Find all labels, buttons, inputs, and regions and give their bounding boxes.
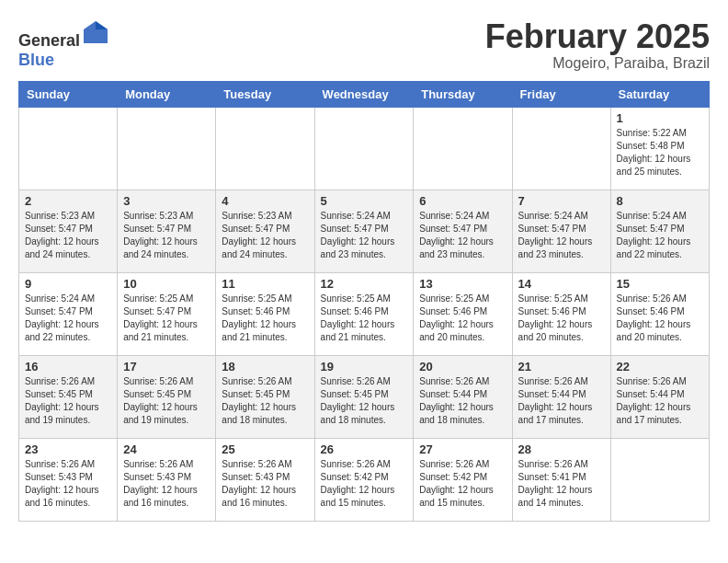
calendar-cell bbox=[314, 107, 414, 190]
day-header-tuesday: Tuesday bbox=[216, 81, 314, 107]
calendar-cell: 23Sunrise: 5:26 AM Sunset: 5:43 PM Dayli… bbox=[19, 438, 118, 521]
day-info: Sunrise: 5:26 AM Sunset: 5:43 PM Dayligh… bbox=[25, 458, 111, 510]
calendar-cell: 18Sunrise: 5:26 AM Sunset: 5:45 PM Dayli… bbox=[216, 355, 314, 438]
day-header-sunday: Sunday bbox=[19, 81, 118, 107]
day-header-wednesday: Wednesday bbox=[314, 81, 414, 107]
calendar-week-row: 16Sunrise: 5:26 AM Sunset: 5:45 PM Dayli… bbox=[19, 355, 710, 438]
day-info: Sunrise: 5:26 AM Sunset: 5:46 PM Dayligh… bbox=[617, 293, 703, 344]
calendar-cell: 21Sunrise: 5:26 AM Sunset: 5:44 PM Dayli… bbox=[512, 355, 610, 438]
day-info: Sunrise: 5:26 AM Sunset: 5:44 PM Dayligh… bbox=[518, 375, 605, 427]
day-number: 11 bbox=[222, 277, 308, 291]
calendar-cell: 15Sunrise: 5:26 AM Sunset: 5:46 PM Dayli… bbox=[610, 272, 709, 355]
day-info: Sunrise: 5:26 AM Sunset: 5:42 PM Dayligh… bbox=[419, 458, 506, 510]
header: General Blue February 2025 Mogeiro, Para… bbox=[18, 18, 710, 72]
day-info: Sunrise: 5:24 AM Sunset: 5:47 PM Dayligh… bbox=[617, 210, 703, 261]
day-info: Sunrise: 5:26 AM Sunset: 5:43 PM Dayligh… bbox=[123, 458, 210, 510]
day-info: Sunrise: 5:25 AM Sunset: 5:46 PM Dayligh… bbox=[419, 293, 506, 344]
day-header-saturday: Saturday bbox=[610, 81, 709, 107]
calendar-cell: 17Sunrise: 5:26 AM Sunset: 5:45 PM Dayli… bbox=[118, 355, 216, 438]
calendar-cell bbox=[19, 107, 118, 190]
calendar-cell bbox=[118, 107, 216, 190]
day-number: 14 bbox=[518, 277, 605, 291]
location-subtitle: Mogeiro, Paraiba, Brazil bbox=[485, 55, 710, 72]
calendar-cell: 27Sunrise: 5:26 AM Sunset: 5:42 PM Dayli… bbox=[414, 438, 512, 521]
day-header-friday: Friday bbox=[512, 81, 610, 107]
calendar-cell: 1Sunrise: 5:22 AM Sunset: 5:48 PM Daylig… bbox=[610, 107, 709, 190]
day-number: 3 bbox=[123, 194, 210, 208]
day-number: 5 bbox=[321, 194, 408, 208]
day-info: Sunrise: 5:26 AM Sunset: 5:45 PM Dayligh… bbox=[25, 375, 111, 427]
calendar-cell: 24Sunrise: 5:26 AM Sunset: 5:43 PM Dayli… bbox=[118, 438, 216, 521]
title-area: February 2025 Mogeiro, Paraiba, Brazil bbox=[485, 18, 710, 72]
day-info: Sunrise: 5:26 AM Sunset: 5:44 PM Dayligh… bbox=[419, 375, 506, 427]
day-info: Sunrise: 5:24 AM Sunset: 5:47 PM Dayligh… bbox=[25, 293, 111, 344]
day-number: 22 bbox=[617, 360, 703, 373]
day-number: 27 bbox=[419, 442, 506, 456]
day-number: 21 bbox=[518, 360, 605, 373]
calendar-cell: 16Sunrise: 5:26 AM Sunset: 5:45 PM Dayli… bbox=[19, 355, 118, 438]
calendar-cell: 22Sunrise: 5:26 AM Sunset: 5:44 PM Dayli… bbox=[610, 355, 709, 438]
day-number: 4 bbox=[222, 194, 308, 208]
day-number: 20 bbox=[419, 360, 506, 373]
day-number: 17 bbox=[123, 360, 210, 373]
day-header-monday: Monday bbox=[118, 81, 216, 107]
calendar-cell: 3Sunrise: 5:23 AM Sunset: 5:47 PM Daylig… bbox=[118, 190, 216, 272]
calendar-cell: 6Sunrise: 5:24 AM Sunset: 5:47 PM Daylig… bbox=[414, 190, 512, 272]
day-number: 10 bbox=[123, 277, 210, 291]
calendar-cell bbox=[414, 107, 512, 190]
day-info: Sunrise: 5:25 AM Sunset: 5:47 PM Dayligh… bbox=[123, 293, 210, 344]
day-number: 13 bbox=[419, 277, 506, 291]
day-info: Sunrise: 5:23 AM Sunset: 5:47 PM Dayligh… bbox=[25, 210, 111, 261]
day-header-thursday: Thursday bbox=[414, 81, 512, 107]
day-number: 23 bbox=[25, 442, 111, 456]
logo: General Blue bbox=[18, 18, 109, 70]
day-info: Sunrise: 5:26 AM Sunset: 5:41 PM Dayligh… bbox=[518, 458, 605, 510]
calendar-cell: 4Sunrise: 5:23 AM Sunset: 5:47 PM Daylig… bbox=[216, 190, 314, 272]
day-info: Sunrise: 5:26 AM Sunset: 5:43 PM Dayligh… bbox=[222, 458, 308, 510]
calendar-table: SundayMondayTuesdayWednesdayThursdayFrid… bbox=[18, 81, 710, 522]
calendar-cell: 12Sunrise: 5:25 AM Sunset: 5:46 PM Dayli… bbox=[314, 272, 414, 355]
day-info: Sunrise: 5:26 AM Sunset: 5:42 PM Dayligh… bbox=[321, 458, 408, 510]
day-info: Sunrise: 5:25 AM Sunset: 5:46 PM Dayligh… bbox=[518, 293, 605, 344]
day-number: 26 bbox=[321, 442, 408, 456]
calendar-cell: 8Sunrise: 5:24 AM Sunset: 5:47 PM Daylig… bbox=[610, 190, 709, 272]
calendar-cell: 9Sunrise: 5:24 AM Sunset: 5:47 PM Daylig… bbox=[19, 272, 118, 355]
calendar-cell bbox=[610, 438, 709, 521]
day-number: 6 bbox=[419, 194, 506, 208]
day-number: 7 bbox=[518, 194, 605, 208]
day-number: 28 bbox=[518, 442, 605, 456]
day-number: 18 bbox=[222, 360, 308, 373]
calendar-cell: 28Sunrise: 5:26 AM Sunset: 5:41 PM Dayli… bbox=[512, 438, 610, 521]
day-info: Sunrise: 5:24 AM Sunset: 5:47 PM Dayligh… bbox=[419, 210, 506, 261]
day-number: 25 bbox=[222, 442, 308, 456]
day-number: 2 bbox=[25, 194, 111, 208]
day-number: 9 bbox=[25, 277, 111, 291]
day-number: 24 bbox=[123, 442, 210, 456]
calendar-cell bbox=[512, 107, 610, 190]
calendar-cell: 5Sunrise: 5:24 AM Sunset: 5:47 PM Daylig… bbox=[314, 190, 414, 272]
day-info: Sunrise: 5:23 AM Sunset: 5:47 PM Dayligh… bbox=[123, 210, 210, 261]
day-number: 1 bbox=[617, 111, 703, 125]
calendar-cell: 25Sunrise: 5:26 AM Sunset: 5:43 PM Dayli… bbox=[216, 438, 314, 521]
calendar-header-row: SundayMondayTuesdayWednesdayThursdayFrid… bbox=[19, 81, 710, 107]
calendar-cell: 19Sunrise: 5:26 AM Sunset: 5:45 PM Dayli… bbox=[314, 355, 414, 438]
day-info: Sunrise: 5:23 AM Sunset: 5:47 PM Dayligh… bbox=[222, 210, 308, 261]
calendar-cell: 7Sunrise: 5:24 AM Sunset: 5:47 PM Daylig… bbox=[512, 190, 610, 272]
day-number: 16 bbox=[25, 360, 111, 373]
calendar-cell bbox=[216, 107, 314, 190]
month-year-title: February 2025 bbox=[485, 18, 710, 55]
logo-blue: Blue bbox=[18, 51, 54, 69]
day-number: 12 bbox=[321, 277, 408, 291]
calendar-week-row: 9Sunrise: 5:24 AM Sunset: 5:47 PM Daylig… bbox=[19, 272, 710, 355]
day-number: 8 bbox=[617, 194, 703, 208]
day-number: 15 bbox=[617, 277, 703, 291]
day-info: Sunrise: 5:26 AM Sunset: 5:44 PM Dayligh… bbox=[617, 375, 703, 427]
day-info: Sunrise: 5:22 AM Sunset: 5:48 PM Dayligh… bbox=[617, 127, 703, 178]
logo-text: General Blue bbox=[18, 18, 109, 70]
calendar-cell: 14Sunrise: 5:25 AM Sunset: 5:46 PM Dayli… bbox=[512, 272, 610, 355]
logo-general: General bbox=[18, 31, 80, 50]
calendar-week-row: 2Sunrise: 5:23 AM Sunset: 5:47 PM Daylig… bbox=[19, 190, 710, 272]
day-info: Sunrise: 5:25 AM Sunset: 5:46 PM Dayligh… bbox=[321, 293, 408, 344]
calendar-week-row: 23Sunrise: 5:26 AM Sunset: 5:43 PM Dayli… bbox=[19, 438, 710, 521]
day-info: Sunrise: 5:24 AM Sunset: 5:47 PM Dayligh… bbox=[518, 210, 605, 261]
